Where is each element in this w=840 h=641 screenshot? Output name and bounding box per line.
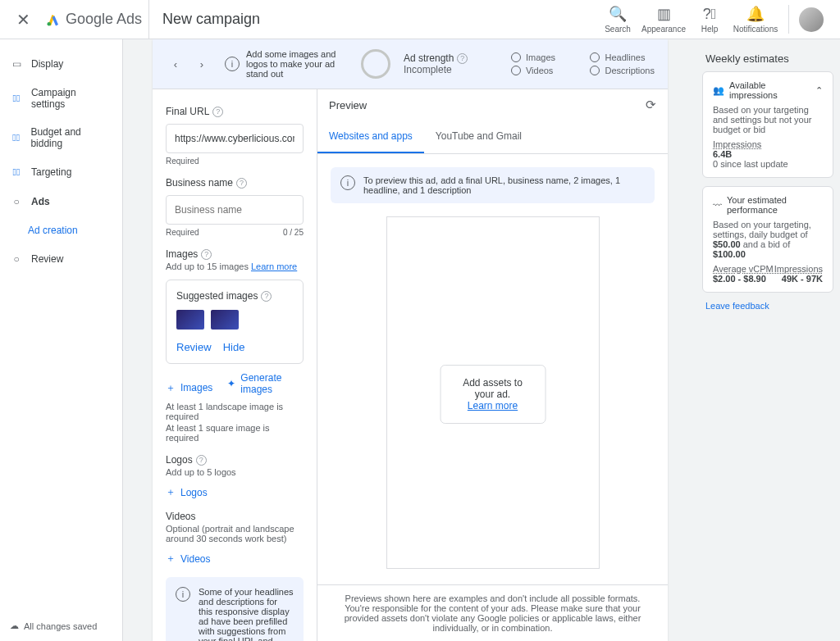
search-button[interactable]: 🔍 Search [595,5,641,34]
refresh-button[interactable]: ⟳ [646,98,656,112]
sidebar-item-targeting[interactable]: ✓⃝ Targeting [0,157,122,187]
check-icon: ✓⃝ [10,131,22,144]
check-images: Images [511,52,576,62]
check-videos: Videos [511,66,576,75]
check-headlines: Headlines [590,52,655,62]
trend-icon: 〰 [713,200,722,210]
performance-card[interactable]: 〰Your estimated performance Based on you… [702,186,833,293]
review-button[interactable]: Review [176,341,212,353]
leave-feedback-link[interactable]: Leave feedback [702,301,833,311]
add-images-button[interactable]: ＋Images [166,381,212,395]
logo-text: Google Ads [66,11,142,28]
generate-images-button[interactable]: ✦Generate images [227,372,304,395]
notifications-button[interactable]: 🔔 Notifications [733,5,778,34]
chevron-up-icon: ⌃ [815,85,823,96]
prev-tip-button[interactable]: ‹ [166,54,185,74]
tip-text: Add some images and logos to make your a… [246,49,348,79]
sidebar-item-ads[interactable]: ○ Ads [0,187,122,216]
info-icon: i [176,587,190,602]
display-icon: ▭ [10,57,23,70]
learn-more-link[interactable]: Learn more [251,261,297,271]
help-icon: ?⃝ [703,6,717,23]
help-icon[interactable]: ? [236,178,247,189]
preview-canvas: Add assets to your ad. Learn more [386,216,600,569]
circle-icon: ○ [10,195,23,208]
impressions-card[interactable]: 👥Available impressions⌃ Based on your ta… [702,71,833,178]
rail-title: Weekly estimates [702,46,833,71]
cloud-icon: ☁ [10,621,19,631]
sidebar-item-budget[interactable]: ✓⃝ Budget and bidding [0,118,122,157]
close-button[interactable]: ✕ [7,3,39,36]
check-icon: ✓⃝ [10,92,23,105]
plus-icon: ＋ [166,552,176,566]
appearance-icon: ▥ [657,5,671,23]
help-icon[interactable]: ? [196,455,207,466]
help-button[interactable]: ?⃝ Help [687,6,733,34]
plus-icon: ＋ [166,485,176,499]
check-icon: ✓⃝ [10,166,23,179]
suggested-images-box: Suggested images? Review Hide [166,280,304,364]
people-icon: 👥 [713,85,724,96]
sparkle-icon: ✦ [227,378,235,389]
sidebar-item-review[interactable]: ○ Review [0,244,122,274]
search-icon: 🔍 [609,5,627,23]
sidebar: ▭ Display ✓⃝ Campaign settings ✓⃝ Budget… [0,39,123,641]
google-ads-icon [46,12,61,27]
sidebar-item-display[interactable]: ▭ Display [0,49,122,79]
strength-status: Incomplete [404,64,468,75]
info-icon: i [225,57,240,71]
check-descriptions: Descriptions [590,66,655,75]
tab-youtube-gmail[interactable]: YouTube and Gmail [424,120,533,153]
info-icon: i [340,175,355,190]
hide-button[interactable]: Hide [223,341,245,353]
learn-more-link[interactable]: Learn more [468,400,518,411]
suggested-image-thumb[interactable] [211,310,239,330]
preview-title: Preview [329,99,367,111]
preview-disclaimer: Previews shown here are examples and don… [317,584,668,641]
svg-point-0 [48,22,52,26]
avatar[interactable] [799,7,824,32]
sidebar-item-campaign-settings[interactable]: ✓⃝ Campaign settings [0,79,122,118]
bell-icon: 🔔 [746,5,765,23]
save-status: ☁ All changes saved [10,621,97,631]
suggested-image-thumb[interactable] [176,310,204,330]
help-icon[interactable]: ? [201,249,212,260]
page-title: New campaign [149,11,273,28]
ad-strength-bar: ‹ › i Add some images and logos to make … [153,39,668,89]
help-icon[interactable]: ? [457,53,468,64]
sidebar-item-ad-creation[interactable]: Ad creation [0,216,122,244]
appearance-button[interactable]: ▥ Appearance [641,5,687,34]
tab-websites-apps[interactable]: Websites and apps [317,120,424,153]
business-name-input[interactable] [166,195,304,225]
next-tip-button[interactable]: › [192,54,212,74]
prefill-note: i Some of your headlines and description… [166,577,304,641]
add-logos-button[interactable]: ＋Logos [166,485,208,499]
circle-icon: ○ [10,252,23,266]
add-videos-button[interactable]: ＋Videos [166,552,210,566]
help-icon[interactable]: ? [261,291,272,302]
final-url-input[interactable] [166,124,304,153]
strength-meter [361,49,390,79]
preview-alert: i To preview this ad, add a final URL, b… [331,167,655,203]
help-icon[interactable]: ? [212,107,223,117]
logo: Google Ads [39,0,149,39]
plus-icon: ＋ [166,381,176,395]
